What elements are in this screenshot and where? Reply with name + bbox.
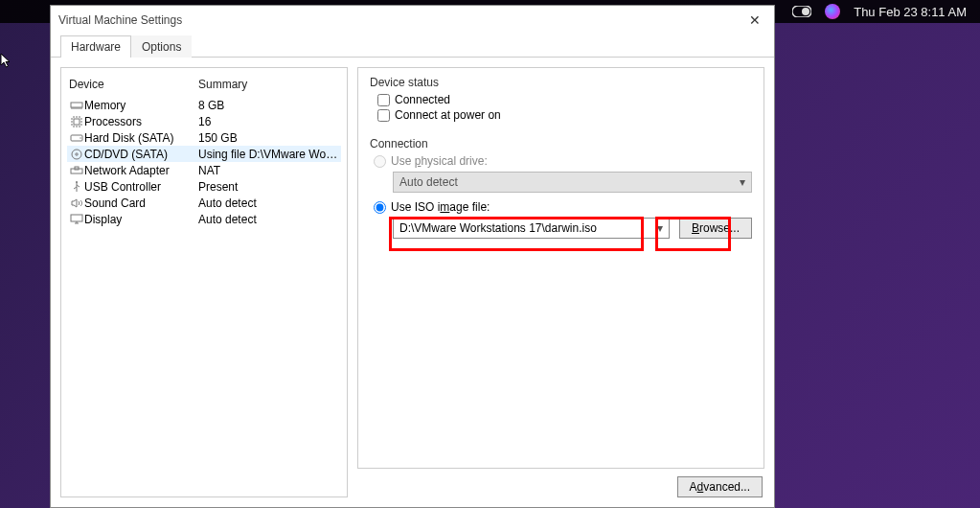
tab-hardware[interactable]: Hardware [60,35,131,58]
device-label: Hard Disk (SATA) [84,131,198,145]
svg-rect-2 [71,103,82,107]
device-row[interactable]: Hard Disk (SATA)150 GB [67,129,341,146]
usb-icon [69,181,84,193]
device-row[interactable]: CD/DVD (SATA)Using file D:\VMware Workst… [67,146,341,162]
device-row[interactable]: Sound CardAuto detect [67,195,341,211]
cpu-icon [69,116,84,127]
clock-text[interactable]: Thu Feb 23 8:11 AM [854,5,967,19]
chevron-down-icon: ▾ [740,175,745,189]
svg-rect-3 [74,119,80,125]
device-label: USB Controller [84,180,198,194]
device-row[interactable]: Processors16 [67,113,341,129]
iso-path-combo[interactable]: D:\VMware Workstations 17\darwin.iso ▾ [393,218,670,239]
device-label: Display [84,213,198,226]
header-summary: Summary [198,78,247,91]
device-summary: Auto detect [198,213,339,226]
use-iso-radio[interactable]: Use ISO image file: [374,200,752,214]
tab-hardware-label: Hardware [71,40,121,54]
connection-label: Connection [370,137,752,150]
device-status-label: Device status [370,76,752,89]
tabs: Hardware Options [51,35,774,58]
vm-settings-dialog: Virtual Machine Settings ✕ Hardware Opti… [50,5,775,508]
device-summary: 150 GB [198,131,339,145]
browse-button[interactable]: Browse... [679,218,752,239]
device-summary: Using file D:\VMware Worksta... [198,148,339,161]
header-device: Device [69,78,198,91]
connect-poweron-label: Connect at power on [395,108,501,122]
odd-icon [69,149,84,160]
device-label: Sound Card [84,196,198,210]
connect-poweron-checkbox[interactable]: Connect at power on [377,108,752,122]
disp-icon [69,214,84,224]
svg-point-10 [76,181,78,183]
browse-label: Browse... [692,221,740,235]
net-icon [69,166,84,175]
cursor-icon [0,53,15,68]
connected-checkbox[interactable]: Connected [377,93,752,106]
device-summary: NAT [198,164,339,177]
device-row[interactable]: DisplayAuto detect [67,211,341,227]
use-physical-radio-input[interactable] [374,155,386,168]
device-summary: Auto detect [198,196,339,210]
device-row[interactable]: Memory8 GB [67,97,341,113]
device-row[interactable]: Network AdapterNAT [67,162,341,178]
device-label: Memory [84,99,198,112]
close-icon[interactable]: ✕ [743,11,766,30]
svg-point-5 [80,137,80,138]
device-label: Processors [84,115,198,128]
siri-icon[interactable] [825,4,840,19]
device-config: Device status Connected Connect at power… [357,67,764,469]
tab-options[interactable]: Options [131,35,192,58]
device-label: CD/DVD (SATA) [84,148,198,161]
use-physical-label: Use physical drive: [391,154,488,168]
memory-icon [69,101,84,110]
dialog-title: Virtual Machine Settings [58,13,182,27]
use-iso-radio-input[interactable] [374,201,386,214]
device-summary: 8 GB [198,99,339,112]
use-iso-label: Use ISO image file: [391,200,490,214]
svg-point-1 [802,8,809,15]
connect-poweron-input[interactable] [377,109,390,122]
physical-drive-value: Auto detect [399,175,458,189]
snd-icon [69,198,84,208]
tab-options-label: Options [142,40,181,54]
connected-label: Connected [395,93,450,106]
device-summary: 16 [198,115,339,128]
advanced-button[interactable]: Advanced... [677,476,763,497]
hdd-icon [69,133,84,143]
chevron-down-icon: ▾ [657,221,663,235]
advanced-label: Advanced... [690,480,750,494]
physical-drive-combo: Auto detect ▾ [393,172,752,193]
iso-path-value: D:\VMware Workstations 17\darwin.iso [399,221,597,235]
device-summary: Present [198,180,339,194]
device-row[interactable]: USB ControllerPresent [67,178,341,195]
device-list: Device Summary Memory8 GBProcessors16Har… [60,67,348,497]
use-physical-radio[interactable]: Use physical drive: [374,154,752,168]
dialog-titlebar[interactable]: Virtual Machine Settings ✕ [51,6,774,35]
device-label: Network Adapter [84,164,198,177]
control-center-icon[interactable] [792,6,811,17]
svg-rect-11 [71,215,82,221]
connected-checkbox-input[interactable] [377,94,390,106]
svg-point-6 [72,150,81,159]
device-list-header: Device Summary [67,74,341,97]
svg-point-7 [76,152,78,154]
